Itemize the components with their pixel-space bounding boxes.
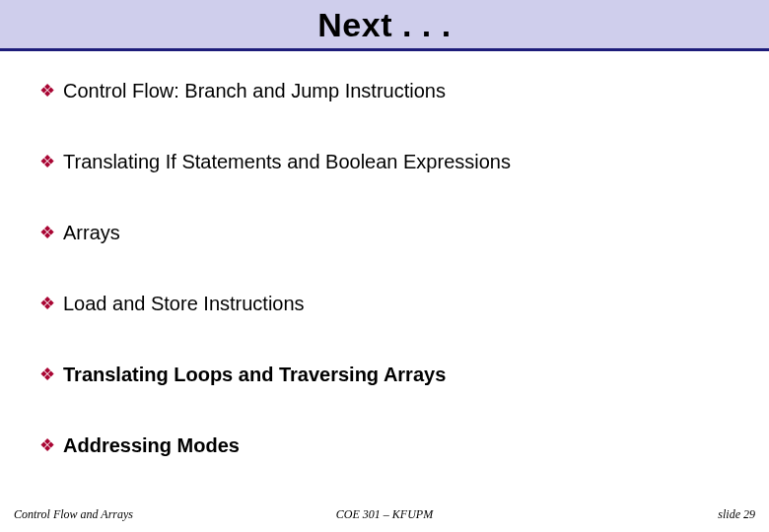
bullet-item: ❖ Control Flow: Branch and Jump Instruct… xyxy=(39,79,730,102)
diamond-bullet-icon: ❖ xyxy=(39,150,55,173)
bullet-text: Translating Loops and Traversing Arrays xyxy=(63,363,446,386)
title-bar: Next . . . xyxy=(0,0,769,51)
bullet-text: Addressing Modes xyxy=(63,433,240,457)
diamond-bullet-icon: ❖ xyxy=(39,221,55,244)
bullet-text: Arrays xyxy=(63,221,120,244)
footer: Control Flow and Arrays COE 301 – KFUPM … xyxy=(0,507,769,532)
bullet-item: ❖ Load and Store Instructions xyxy=(39,292,730,315)
slide-title: Next . . . xyxy=(0,6,769,44)
bullet-item: ❖ Arrays xyxy=(39,221,730,244)
footer-left: Control Flow and Arrays xyxy=(14,507,133,522)
bullet-text: Translating If Statements and Boolean Ex… xyxy=(63,150,511,173)
diamond-bullet-icon: ❖ xyxy=(39,292,55,315)
bullet-item: ❖ Translating If Statements and Boolean … xyxy=(39,150,730,173)
slide: Next . . . ❖ Control Flow: Branch and Ju… xyxy=(0,0,769,532)
bullet-item: ❖ Translating Loops and Traversing Array… xyxy=(39,363,730,386)
bullet-text: Load and Store Instructions xyxy=(63,292,305,315)
footer-center: COE 301 – KFUPM xyxy=(336,507,433,522)
bullet-text: Control Flow: Branch and Jump Instructio… xyxy=(63,79,446,102)
diamond-bullet-icon: ❖ xyxy=(39,433,55,457)
bullet-item: ❖ Addressing Modes xyxy=(39,433,730,457)
diamond-bullet-icon: ❖ xyxy=(39,363,55,386)
content-area: ❖ Control Flow: Branch and Jump Instruct… xyxy=(0,51,769,507)
footer-right: slide 29 xyxy=(718,507,755,522)
diamond-bullet-icon: ❖ xyxy=(39,79,55,102)
